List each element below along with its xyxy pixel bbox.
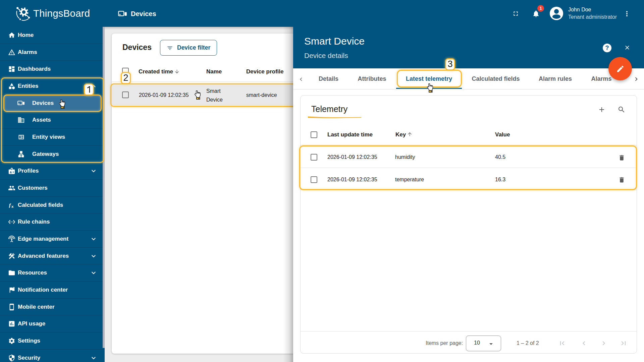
svg-text:x: x [11, 204, 14, 208]
svg-text:f: f [9, 202, 11, 208]
